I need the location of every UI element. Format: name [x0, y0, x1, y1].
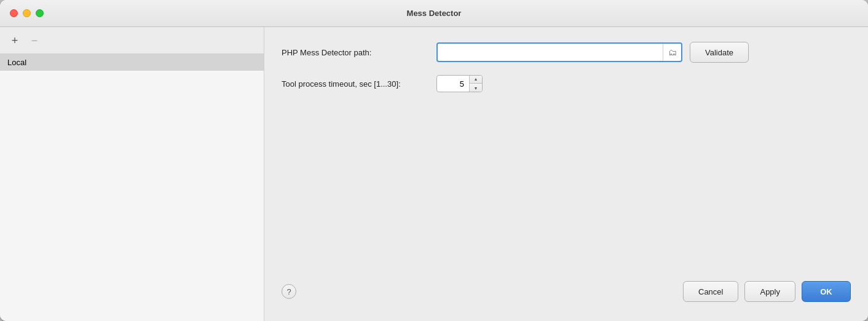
- timeout-row: Tool process timeout, sec [1...30]: ▲ ▼: [282, 75, 851, 92]
- ok-button[interactable]: OK: [802, 281, 851, 302]
- main-panel: PHP Mess Detector path: 🗂 Validate Tool …: [264, 27, 868, 321]
- close-button[interactable]: [10, 9, 18, 17]
- spinner-buttons: ▲ ▼: [469, 75, 482, 92]
- sidebar-item-local[interactable]: Local: [0, 54, 264, 71]
- timeout-label: Tool process timeout, sec [1...30]:: [282, 79, 429, 89]
- browse-button[interactable]: 🗂: [663, 44, 681, 61]
- path-input[interactable]: [438, 44, 663, 61]
- form-section: PHP Mess Detector path: 🗂 Validate Tool …: [282, 42, 851, 272]
- folder-icon: 🗂: [668, 47, 677, 57]
- window-title: Mess Detector: [407, 9, 462, 18]
- timeout-input[interactable]: [437, 75, 469, 92]
- bottom-bar: ? Cancel Apply OK: [282, 272, 851, 311]
- titlebar: Mess Detector: [0, 0, 868, 27]
- maximize-button[interactable]: [36, 9, 44, 17]
- sidebar: + − Local: [0, 27, 264, 321]
- bottom-right: Cancel Apply OK: [683, 281, 851, 302]
- main-window: Mess Detector + − Local PHP Mess Detecto…: [0, 0, 868, 321]
- path-input-wrapper: 🗂: [436, 42, 682, 62]
- spinner-down-button[interactable]: ▼: [470, 84, 482, 92]
- add-button[interactable]: +: [7, 33, 22, 48]
- cancel-button[interactable]: Cancel: [683, 281, 738, 302]
- remove-button[interactable]: −: [27, 33, 42, 48]
- apply-button[interactable]: Apply: [744, 281, 795, 302]
- bottom-left: ?: [282, 284, 296, 299]
- traffic-lights: [10, 9, 44, 17]
- timeout-input-wrapper: ▲ ▼: [436, 75, 483, 92]
- help-button[interactable]: ?: [282, 284, 296, 299]
- path-row: PHP Mess Detector path: 🗂 Validate: [282, 42, 851, 63]
- validate-button[interactable]: Validate: [690, 42, 749, 63]
- path-label: PHP Mess Detector path:: [282, 48, 429, 57]
- sidebar-toolbar: + −: [0, 27, 264, 54]
- content-area: + − Local PHP Mess Detector path: 🗂: [0, 27, 868, 321]
- spinner-up-button[interactable]: ▲: [470, 75, 482, 84]
- minimize-button[interactable]: [23, 9, 31, 17]
- sidebar-list: Local: [0, 54, 264, 321]
